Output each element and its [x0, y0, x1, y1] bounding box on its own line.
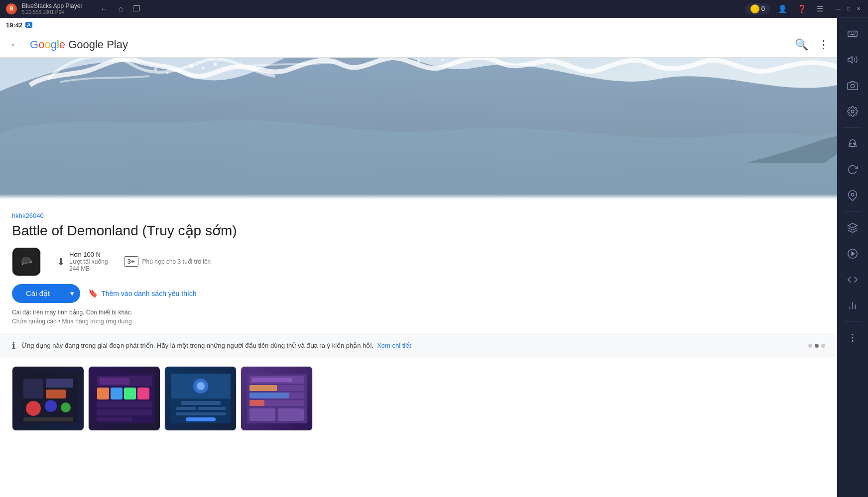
downloads-label: Lượt tải xuống: [69, 258, 108, 265]
nav-home-btn[interactable]: ⌂: [115, 3, 126, 14]
dot-2: [815, 344, 819, 348]
svg-point-58: [851, 84, 854, 88]
svg-point-19: [61, 402, 71, 412]
developer-link[interactable]: hkhk26040: [12, 212, 825, 219]
sidebar-camera-btn[interactable]: [841, 74, 865, 98]
sidebar-stats-btn[interactable]: [841, 294, 865, 317]
menu-icon[interactable]: ☰: [815, 3, 825, 14]
svg-rect-39: [186, 417, 216, 421]
hero-banner: [0, 58, 837, 202]
svg-rect-24: [97, 388, 109, 399]
svg-rect-44: [249, 385, 277, 391]
info-dots: [808, 344, 825, 348]
app-info-section: hkhk26040 Battle of Demonland (Truy cập …: [0, 202, 837, 333]
sidebar-more-btn[interactable]: [841, 326, 865, 350]
svg-point-2: [178, 68, 181, 72]
svg-rect-30: [97, 417, 132, 421]
sidebar-script-btn[interactable]: [841, 268, 865, 292]
svg-rect-28: [97, 401, 152, 407]
svg-point-6: [166, 72, 169, 75]
gplay-header: ← Google Google Play 🔍 ⋮: [0, 32, 837, 58]
wishlist-button[interactable]: 🔖 Thêm vào danh sách yêu thích: [88, 289, 196, 298]
close-btn[interactable]: ✕: [855, 5, 862, 12]
download-meta: ⬇ Hơn 100 N Lượt tải xuống 244 MB: [57, 251, 108, 272]
app-note-2: Chứa quảng cáo • Mua hàng trong ứng dụng: [12, 318, 825, 325]
install-btn-group: Cài đặt ▾: [12, 284, 80, 303]
svg-rect-23: [100, 378, 129, 385]
svg-point-10: [441, 59, 444, 61]
sidebar-macro-btn[interactable]: [841, 242, 865, 266]
svg-rect-37: [198, 407, 226, 410]
app-icon: [12, 247, 41, 276]
nav-windows-btn[interactable]: ❐: [130, 3, 143, 14]
title-bar: B BlueStacks App Player 5.21.556.1001 P6…: [0, 0, 868, 18]
sidebar-divider-2: [844, 211, 862, 212]
screenshot-1[interactable]: [12, 366, 84, 431]
maximize-btn[interactable]: □: [845, 5, 852, 12]
title-bar-nav: ← ⌂ ❐: [97, 3, 143, 14]
status-indicator: A: [25, 22, 32, 28]
age-rating-meta: 3+ Phù hợp cho 3 tuổi trở lên: [124, 256, 211, 267]
screenshots-section: [0, 358, 837, 439]
app-icon-inner: [14, 249, 39, 274]
screenshot-2[interactable]: [88, 366, 160, 431]
svg-point-4: [202, 67, 205, 70]
dot-3: [821, 344, 825, 348]
svg-point-63: [855, 144, 856, 145]
svg-point-18: [45, 400, 57, 412]
sidebar-divider-1: [844, 127, 862, 128]
title-bar-right: 0 👤 ❓ ☰ — □ ✕: [745, 3, 862, 14]
screenshot-4[interactable]: [241, 366, 313, 431]
profile-icon[interactable]: 👤: [776, 3, 789, 14]
svg-rect-42: [252, 378, 292, 382]
nav-back-btn[interactable]: ←: [97, 3, 111, 14]
svg-point-59: [851, 110, 854, 113]
android-area: 19:42 A ← Google Google Play 🔍 ⋮: [0, 18, 837, 497]
svg-rect-20: [23, 417, 73, 421]
svg-rect-25: [111, 388, 123, 399]
install-dropdown-btn[interactable]: ▾: [64, 284, 80, 303]
svg-rect-26: [124, 388, 136, 399]
main-container: 19:42 A ← Google Google Play 🔍 ⋮: [0, 18, 868, 497]
sidebar-rotate-btn[interactable]: [841, 158, 865, 182]
app-name: BlueStacks App Player: [22, 2, 82, 9]
svg-point-3: [189, 64, 194, 69]
svg-point-34: [197, 382, 205, 390]
svg-rect-27: [137, 388, 149, 399]
back-button[interactable]: ←: [8, 37, 22, 52]
search-icon[interactable]: 🔍: [795, 38, 808, 51]
app-title: Battle of Demonland (Truy cập sớm): [12, 222, 825, 239]
bluestacks-logo: B: [6, 3, 17, 14]
info-banner-link[interactable]: Xem chi tiết: [377, 342, 411, 349]
wishlist-label: Thêm vào danh sách yêu thích: [101, 290, 196, 298]
svg-point-8: [417, 59, 420, 63]
play-text: Google Play: [68, 38, 128, 51]
age-badge: 3+: [124, 256, 138, 267]
sidebar-divider-3: [844, 321, 862, 322]
sidebar-settings-btn[interactable]: [841, 99, 865, 123]
sidebar-volume-btn[interactable]: [841, 48, 865, 72]
google-play-logo: Google Google Play: [30, 38, 787, 51]
more-options-icon[interactable]: ⋮: [818, 38, 829, 51]
downloads-value: Hơn 100 N: [69, 251, 108, 258]
svg-point-71: [852, 334, 853, 335]
install-button[interactable]: Cài đặt: [12, 284, 64, 303]
dot-1: [808, 344, 812, 348]
svg-rect-48: [249, 400, 264, 406]
sidebar-gamepad-btn[interactable]: [841, 132, 865, 156]
coin-count: 0: [761, 5, 765, 12]
svg-point-72: [852, 337, 853, 338]
screenshot-3[interactable]: [164, 366, 237, 431]
sidebar-location-btn[interactable]: [841, 184, 865, 207]
svg-rect-36: [176, 407, 196, 410]
help-icon[interactable]: ❓: [795, 3, 809, 14]
status-time: 19:42: [6, 21, 22, 29]
sidebar-layers-btn[interactable]: [841, 216, 865, 240]
info-banner-content: Ứng dụng này đang trong giai đoạn phát t…: [21, 342, 373, 349]
svg-rect-16: [46, 390, 66, 398]
svg-marker-65: [848, 223, 857, 228]
coin-badge: 0: [745, 3, 770, 14]
svg-rect-49: [249, 408, 275, 421]
sidebar-keyboard-btn[interactable]: [841, 22, 865, 46]
minimize-btn[interactable]: —: [835, 5, 842, 12]
